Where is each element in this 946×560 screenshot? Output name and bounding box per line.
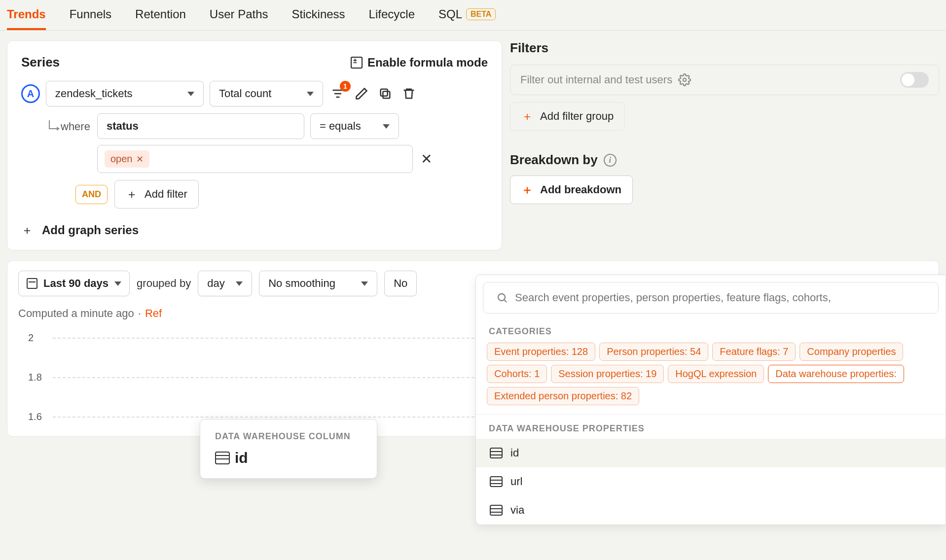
y-tick: 2 — [28, 332, 34, 344]
where-label: where — [49, 113, 90, 133]
chevron-down-icon — [187, 92, 194, 96]
edit-icon-button[interactable] — [353, 85, 370, 103]
enable-formula-mode[interactable]: Enable formula mode — [351, 56, 488, 70]
aggregation-label: Total count — [219, 87, 271, 100]
category-chips: Event properties: 128 Person properties:… — [476, 343, 946, 414]
plus-icon: ＋ — [126, 186, 138, 202]
filter-count-badge: 1 — [340, 81, 351, 92]
property-item-id[interactable]: id — [476, 439, 946, 467]
chevron-down-icon — [114, 281, 121, 286]
event-name: zendesk_tickets — [55, 87, 133, 100]
svg-point-5 — [683, 78, 687, 82]
calendar-icon — [27, 278, 37, 289]
property-item-url[interactable]: url — [476, 467, 946, 496]
tab-sql-label: SQL — [438, 7, 462, 21]
chevron-down-icon — [307, 92, 314, 96]
event-selector[interactable]: zendesk_tickets — [46, 81, 204, 106]
chevron-down-icon — [361, 281, 368, 286]
insight-tabs: Trends Funnels Retention User Paths Stic… — [0, 0, 946, 31]
y-tick: 1.8 — [28, 372, 42, 383]
svg-line-7 — [505, 300, 507, 303]
value-chip-open: open ✕ — [105, 150, 150, 168]
series-badge-a: A — [21, 84, 40, 103]
category-data-warehouse[interactable]: Data warehouse properties: — [768, 365, 904, 383]
dw-properties-header: DATA WAREHOUSE PROPERTIES — [476, 414, 946, 439]
database-column-icon — [490, 476, 503, 487]
breakdown-section: Breakdown by i ＋ Add breakdown — [510, 152, 939, 204]
add-breakdown-button[interactable]: ＋ Add breakdown — [510, 175, 633, 204]
categories-header: CATEGORIES — [476, 322, 946, 343]
filter-value-input[interactable]: open ✕ — [97, 145, 413, 173]
plus-icon: ＋ — [21, 222, 33, 238]
tab-trends[interactable]: Trends — [7, 0, 46, 30]
svg-point-6 — [498, 294, 505, 301]
category-feature-flags[interactable]: Feature flags: 7 — [712, 343, 796, 361]
y-tick: 1.6 — [28, 411, 42, 422]
formula-label: Enable formula mode — [367, 56, 488, 70]
category-cohorts[interactable]: Cohorts: 1 — [487, 365, 547, 383]
column-tooltip: DATA WAREHOUSE COLUMN id — [200, 419, 377, 479]
interval-selector[interactable]: day — [198, 271, 252, 296]
series-panel: Series Enable formula mode A zendesk_tic… — [7, 40, 502, 250]
category-person-properties[interactable]: Person properties: 54 — [599, 343, 708, 361]
and-operator-badge[interactable]: AND — [75, 185, 108, 204]
arrow-down-right-icon — [49, 120, 58, 129]
svg-rect-3 — [383, 91, 390, 98]
database-column-icon — [490, 505, 503, 516]
exclude-toggle[interactable] — [900, 72, 929, 88]
tab-lifecycle[interactable]: Lifecycle — [369, 0, 415, 30]
delete-icon-button[interactable] — [400, 85, 418, 103]
category-event-properties[interactable]: Event properties: 128 — [487, 343, 595, 361]
filters-section: Filters Filter out internal and test use… — [510, 40, 939, 131]
category-company-properties[interactable]: Company properties — [800, 343, 903, 361]
database-column-icon — [215, 452, 230, 464]
exclude-internal-users[interactable]: Filter out internal and test users — [510, 65, 939, 95]
tab-stickiness[interactable]: Stickiness — [292, 0, 345, 30]
property-search-input[interactable] — [515, 291, 925, 304]
tab-sql[interactable]: SQL BETA — [438, 0, 496, 30]
plus-icon: ＋ — [521, 108, 533, 124]
chevron-down-icon — [236, 281, 243, 286]
breakdown-title: Breakdown by — [510, 152, 598, 168]
add-filter-button[interactable]: ＋ Add filter — [114, 180, 199, 209]
svg-rect-4 — [381, 89, 388, 96]
smoothing-selector[interactable]: No smoothing — [259, 271, 377, 296]
category-extended-person[interactable]: Extended person properties: 82 — [487, 387, 639, 405]
tab-user-paths[interactable]: User Paths — [210, 0, 268, 30]
filters-title: Filters — [510, 40, 939, 56]
filter-property-selector[interactable]: status — [97, 113, 304, 139]
tooltip-value: id — [235, 450, 248, 466]
tab-retention[interactable]: Retention — [135, 0, 186, 30]
tab-funnels[interactable]: Funnels — [70, 0, 111, 30]
property-picker-popover: CATEGORIES Event properties: 128 Person … — [475, 275, 946, 525]
add-filter-group-button[interactable]: ＋ Add filter group — [510, 102, 625, 131]
compare-selector[interactable]: No — [384, 271, 417, 296]
tooltip-header: DATA WAREHOUSE COLUMN — [215, 431, 362, 442]
formula-icon — [351, 57, 363, 69]
category-hogql[interactable]: HogQL expression — [668, 365, 764, 383]
grouped-by-label: grouped by — [137, 277, 191, 290]
property-search[interactable] — [483, 282, 939, 314]
aggregation-selector[interactable]: Total count — [210, 81, 323, 106]
gear-icon[interactable] — [678, 73, 691, 86]
date-range-picker[interactable]: Last 90 days — [18, 271, 130, 296]
filter-operator-selector[interactable]: = equals — [310, 113, 399, 139]
category-session-properties[interactable]: Session properties: 19 — [551, 365, 664, 383]
info-icon[interactable]: i — [604, 154, 617, 167]
beta-badge: BETA — [466, 8, 496, 20]
refresh-link[interactable]: Ref — [145, 307, 162, 320]
remove-chip-icon[interactable]: ✕ — [136, 154, 144, 165]
duplicate-icon-button[interactable] — [376, 85, 394, 103]
remove-filter-button[interactable]: ✕ — [421, 151, 432, 167]
database-column-icon — [490, 448, 503, 458]
chevron-down-icon — [383, 124, 390, 129]
search-icon — [496, 292, 508, 304]
add-graph-series-button[interactable]: ＋ Add graph series — [21, 222, 488, 238]
property-item-via[interactable]: via — [476, 496, 946, 525]
plus-icon: ＋ — [521, 182, 533, 198]
series-title: Series — [21, 55, 60, 70]
